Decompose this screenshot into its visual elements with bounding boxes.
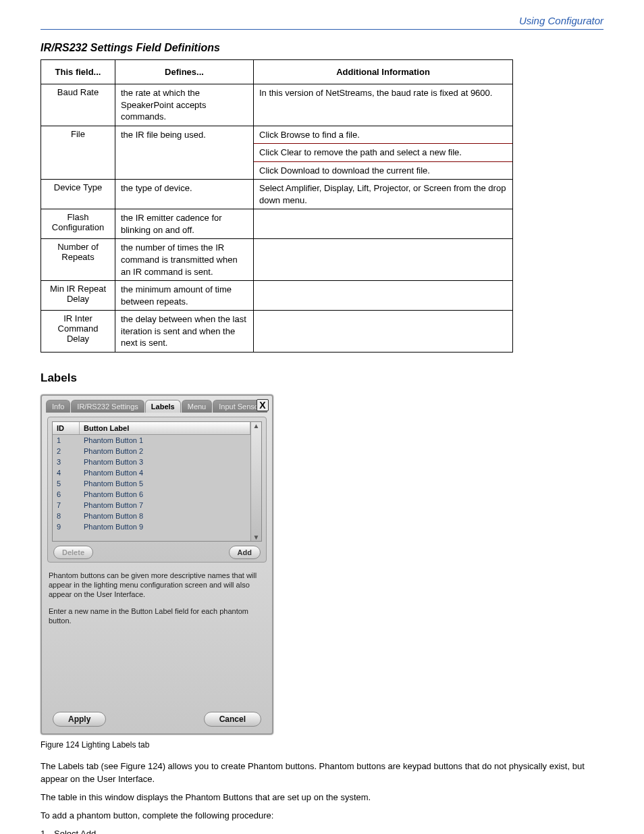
ref-cell: the type of device. xyxy=(115,180,254,209)
list-item[interactable]: 8Phantom Button 8 xyxy=(53,511,250,521)
steps-list: 1.Select Add. 2.Enter a button name in t… xyxy=(41,828,603,834)
labels-heading: Labels xyxy=(41,371,603,385)
ref-subcell: Click Browse to find a file. xyxy=(254,126,512,144)
list-item[interactable]: 6Phantom Button 6 xyxy=(53,489,250,500)
cell-id: 5 xyxy=(53,478,80,489)
tab-labels[interactable]: Labels xyxy=(145,400,181,413)
reference-table: This field... Defines... Additional Info… xyxy=(41,59,513,353)
tab-bar: Info IR/RS232 Settings Labels Menu Input… xyxy=(42,396,272,413)
list-item[interactable]: 5Phantom Button 5 xyxy=(53,478,250,489)
body-para-1: The Labels tab (see Figure 124) allows y… xyxy=(41,760,603,786)
header-rule xyxy=(41,29,603,30)
scroll-down-icon[interactable]: ▼ xyxy=(253,533,260,541)
ref-th-0: This field... xyxy=(41,60,115,84)
ref-th-2: Additional Information xyxy=(254,60,513,84)
cell-label: Phantom Button 5 xyxy=(80,478,250,489)
tab-ir-rs232[interactable]: IR/RS232 Settings xyxy=(71,400,144,413)
ref-cell: Min IR Repeat Delay xyxy=(41,281,115,311)
step-1-text: Select Add. xyxy=(54,829,99,834)
list-item[interactable]: 2Phantom Button 2 xyxy=(53,446,250,457)
cell-label: Phantom Button 9 xyxy=(80,521,250,532)
cell-id: 1 xyxy=(53,435,80,446)
grid-header: ID Button Label xyxy=(53,422,250,435)
ref-cell: Click Browse to find a file. Click Clear… xyxy=(254,126,513,180)
cell-id: 6 xyxy=(53,489,80,500)
section-title: IR/RS232 Settings Field Definitions xyxy=(41,42,603,54)
close-icon[interactable]: X xyxy=(257,399,269,411)
ref-cell: IR Inter Command Delay xyxy=(41,311,115,353)
list-item[interactable]: 3Phantom Button 3 xyxy=(53,457,250,467)
ref-cell xyxy=(254,209,513,239)
cell-id: 3 xyxy=(53,457,80,467)
list-item[interactable]: 4Phantom Button 4 xyxy=(53,467,250,478)
body-para-2: The table in this window displays the Ph… xyxy=(41,791,603,804)
ref-cell: Baud Rate xyxy=(41,84,115,126)
cell-label: Phantom Button 3 xyxy=(80,457,250,467)
ref-cell: File xyxy=(41,126,115,180)
cell-id: 9 xyxy=(53,521,80,532)
dialog-desc-1: Phantom buttons can be given more descri… xyxy=(42,567,272,600)
ref-cell: the number of times the IR command is tr… xyxy=(115,239,254,281)
table-row: IR Inter Command Delay the delay between… xyxy=(41,311,513,353)
cell-label: Phantom Button 8 xyxy=(80,511,250,521)
dialog-desc-2: Enter a new name in the Button Label fie… xyxy=(42,600,272,626)
body-para-3: To add a phantom button, complete the fo… xyxy=(41,810,603,823)
ref-cell: In this version of NetStreams, the baud … xyxy=(254,84,513,126)
tab-info[interactable]: Info xyxy=(46,400,70,413)
ref-cell: Number of Repeats xyxy=(41,239,115,281)
grid-rows: 1Phantom Button 1 2Phantom Button 2 3Pha… xyxy=(53,435,250,541)
button-grid: ID Button Label 1Phantom Button 1 2Phant… xyxy=(52,421,262,542)
table-row: Number of Repeats the number of times th… xyxy=(41,239,513,281)
delete-button[interactable]: Delete xyxy=(53,546,93,559)
ref-cell: Device Type xyxy=(41,180,115,209)
table-row: Baud Rate the rate at which the SpeakerP… xyxy=(41,84,513,126)
page-header-right: Using Configurator xyxy=(41,15,603,26)
cell-id: 7 xyxy=(53,500,80,511)
cell-label: Phantom Button 6 xyxy=(80,489,250,500)
grid-head-id[interactable]: ID xyxy=(53,422,80,434)
list-item[interactable]: 9Phantom Button 9 xyxy=(53,521,250,532)
step-1: 1.Select Add. xyxy=(41,828,603,834)
add-button[interactable]: Add xyxy=(229,546,261,559)
cell-id: 8 xyxy=(53,511,80,521)
ref-subcell: Click Download to download the current f… xyxy=(254,161,512,180)
cell-label: Phantom Button 2 xyxy=(80,446,250,457)
grid-panel: ID Button Label 1Phantom Button 1 2Phant… xyxy=(47,417,267,563)
ref-subcell: Click Clear to remove the path and selec… xyxy=(254,143,512,161)
table-row: File the IR file being used. Click Brows… xyxy=(41,126,513,180)
scroll-up-icon[interactable]: ▲ xyxy=(253,422,260,429)
table-row: Device Type the type of device. Select A… xyxy=(41,180,513,209)
ref-cell: the rate at which the SpeakerPoint accep… xyxy=(115,84,254,126)
cell-label: Phantom Button 7 xyxy=(80,500,250,511)
apply-button[interactable]: Apply xyxy=(53,712,106,727)
tab-menu[interactable]: Menu xyxy=(182,400,213,413)
ref-cell: the delay between when the last iteratio… xyxy=(115,311,254,353)
list-item[interactable]: 1Phantom Button 1 xyxy=(53,435,250,446)
ref-cell: Select Amplifier, Display, Lift, Project… xyxy=(254,180,513,209)
ref-cell: the IR emitter cadence for blinking on a… xyxy=(115,209,254,239)
ref-th-1: Defines... xyxy=(115,60,254,84)
table-row: Min IR Repeat Delay the minimum amount o… xyxy=(41,281,513,311)
ref-cell xyxy=(254,281,513,311)
table-row: Flash Configuration the IR emitter caden… xyxy=(41,209,513,239)
cell-id: 2 xyxy=(53,446,80,457)
ref-cell: Flash Configuration xyxy=(41,209,115,239)
list-item[interactable]: 7Phantom Button 7 xyxy=(53,500,250,511)
labels-dialog: X Info IR/RS232 Settings Labels Menu Inp… xyxy=(41,394,273,735)
cell-label: Phantom Button 4 xyxy=(80,467,250,478)
ref-cell xyxy=(254,311,513,353)
grid-head-label[interactable]: Button Label xyxy=(80,422,250,434)
cancel-button[interactable]: Cancel xyxy=(204,712,261,727)
ref-cell: the minimum amount of time between repea… xyxy=(115,281,254,311)
ref-cell xyxy=(254,239,513,281)
scrollbar[interactable]: ▲ ▼ xyxy=(250,422,261,541)
ref-cell: the IR file being used. xyxy=(115,126,254,180)
cell-label: Phantom Button 1 xyxy=(80,435,250,446)
cell-id: 4 xyxy=(53,467,80,478)
figure-caption: Figure 124 Lighting Labels tab xyxy=(41,740,603,750)
